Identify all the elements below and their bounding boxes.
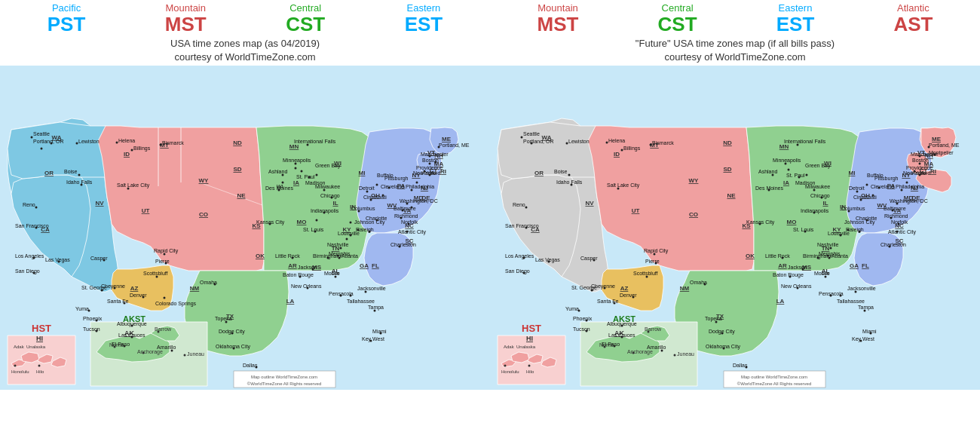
- mountain-abbr-left: MST: [165, 14, 207, 35]
- svg-text:Richmond: Richmond: [394, 213, 418, 219]
- svg-text:San Diego: San Diego: [15, 268, 40, 274]
- svg-text:Atlantic City: Atlantic City: [888, 229, 916, 235]
- svg-text:Cheyenne: Cheyenne: [591, 283, 615, 290]
- svg-text:Charleston: Charleston: [390, 242, 416, 247]
- svg-text:Tallahassee: Tallahassee: [347, 299, 375, 304]
- svg-text:WI: WI: [277, 184, 283, 189]
- left-map-svg: Nome Barrow Anchorage Juneau AK AKST Hon…: [0, 66, 490, 390]
- svg-text:St. Louis: St. Louis: [303, 227, 324, 232]
- ne-label: NE: [237, 192, 246, 199]
- svg-text:Map outline WorldTimeZone.com: Map outline WorldTimeZone.com: [251, 375, 317, 379]
- svg-point-45: [41, 148, 43, 150]
- svg-text:Pierre: Pierre: [645, 259, 660, 264]
- svg-text:UT: UT: [632, 207, 640, 214]
- svg-text:Cheyenne: Cheyenne: [101, 283, 125, 290]
- right-header: Mountain MST Central CST Eastern EST Atl…: [490, 0, 980, 35]
- central-abbr-right: CST: [658, 14, 697, 35]
- svg-text:Baton Rouge: Baton Rouge: [283, 272, 314, 278]
- svg-text:©WorldTimeZone  All Rights res: ©WorldTimeZone All Rights reserved: [737, 381, 811, 386]
- pacific-name: Pacific: [47, 3, 86, 14]
- mountain-tz-right: Mountain MST: [537, 3, 579, 35]
- mountain-name-right: Mountain: [537, 3, 579, 14]
- svg-point-471: [866, 184, 868, 186]
- svg-text:Raleigh: Raleigh: [356, 227, 374, 233]
- svg-text:Denver: Denver: [620, 293, 637, 298]
- eastern-name-right: Eastern: [776, 3, 815, 14]
- svg-text:Miami: Miami: [372, 329, 387, 334]
- ga-label: GA: [360, 262, 369, 269]
- svg-text:CO: CO: [689, 211, 698, 218]
- svg-text:Dallas: Dallas: [243, 363, 258, 368]
- svg-text:Phoenix: Phoenix: [573, 316, 593, 321]
- svg-point-256: [648, 331, 650, 333]
- svg-text:Omaha: Omaha: [200, 280, 217, 285]
- svg-text:Indianapolis: Indianapolis: [801, 208, 829, 214]
- svg-text:Topeka: Topeka: [705, 316, 722, 322]
- svg-text:Columbus: Columbus: [841, 206, 865, 211]
- or-label: OR: [44, 170, 54, 176]
- svg-text:Buffalo: Buffalo: [377, 173, 394, 178]
- svg-text:Hartford: Hartford: [421, 170, 440, 176]
- svg-text:Los Angeles: Los Angeles: [505, 253, 534, 259]
- svg-text:Philadelphia: Philadelphia: [406, 184, 434, 190]
- svg-text:Yuma: Yuma: [565, 306, 579, 311]
- svg-text:ID: ID: [614, 151, 620, 158]
- svg-text:Chicago: Chicago: [320, 193, 340, 199]
- central-name-right: Central: [658, 3, 697, 14]
- svg-text:Green Bay: Green Bay: [805, 163, 831, 169]
- svg-point-196: [416, 182, 418, 184]
- atlantic-tz: Atlantic AST: [893, 3, 933, 35]
- svg-text:SD: SD: [723, 166, 731, 173]
- svg-point-54: [78, 174, 81, 176]
- svg-text:Little Rock: Little Rock: [275, 253, 300, 259]
- id-label: ID: [124, 151, 130, 158]
- svg-point-168: [346, 238, 348, 241]
- svg-text:Tampa: Tampa: [368, 305, 384, 311]
- svg-text:MN: MN: [779, 143, 789, 150]
- svg-text:Indianapolis: Indianapolis: [311, 208, 339, 214]
- svg-text:GA: GA: [850, 262, 859, 269]
- ar-label: AR: [288, 262, 297, 269]
- svg-text:Anchorage: Anchorage: [137, 349, 163, 355]
- svg-text:San Francisco: San Francisco: [15, 223, 49, 228]
- svg-text:Topeka: Topeka: [215, 316, 232, 322]
- svg-text:Des Moines: Des Moines: [755, 185, 783, 191]
- svg-text:Green Bay: Green Bay: [315, 163, 341, 169]
- svg-point-339: [525, 207, 528, 209]
- svg-text:©WorldTimeZone  All Rights res: ©WorldTimeZone All Rights reserved: [247, 381, 321, 386]
- svg-text:IA: IA: [783, 179, 789, 186]
- svg-text:Norfolk: Norfolk: [401, 219, 418, 225]
- me-label: ME: [442, 136, 452, 142]
- svg-point-124: [295, 167, 297, 170]
- svg-text:HST: HST: [32, 323, 51, 334]
- svg-text:MO: MO: [787, 219, 797, 225]
- svg-text:Albuquerque: Albuquerque: [117, 321, 147, 327]
- svg-text:Key West: Key West: [852, 336, 874, 342]
- svg-text:Santa Fe: Santa Fe: [597, 299, 619, 304]
- svg-text:Hilo: Hilo: [36, 369, 44, 374]
- svg-text:Amarillo: Amarillo: [647, 345, 666, 350]
- svg-text:Manchester: Manchester: [421, 152, 449, 157]
- svg-text:Omaha: Omaha: [690, 280, 707, 285]
- svg-text:Juneau: Juneau: [187, 351, 204, 357]
- mountain-tz-left: Mountain MST: [165, 3, 207, 35]
- svg-text:Mobile: Mobile: [324, 271, 340, 276]
- svg-text:Rapid City: Rapid City: [154, 248, 179, 254]
- svg-text:HST: HST: [522, 323, 541, 334]
- pacific-tz: Pacific PST: [47, 3, 86, 35]
- svg-text:Phoenix: Phoenix: [83, 316, 103, 321]
- svg-point-36: [38, 365, 41, 367]
- svg-point-173: [350, 222, 352, 224]
- svg-point-270: [504, 365, 507, 367]
- left-map: Nome Barrow Anchorage Juneau AK AKST Hon…: [0, 66, 490, 432]
- svg-text:HI: HI: [526, 335, 533, 342]
- svg-text:Denver: Denver: [130, 293, 147, 298]
- svg-text:Adak: Adak: [504, 345, 515, 349]
- az-label: AZ: [130, 285, 139, 292]
- svg-text:Buffalo: Buffalo: [867, 173, 884, 178]
- eastern-tz-right: Eastern EST: [776, 3, 815, 35]
- atlantic-name: Atlantic: [893, 3, 933, 14]
- svg-text:Memphis: Memphis: [819, 251, 841, 257]
- svg-point-423: [828, 257, 831, 259]
- svg-text:Little Rock: Little Rock: [765, 253, 790, 259]
